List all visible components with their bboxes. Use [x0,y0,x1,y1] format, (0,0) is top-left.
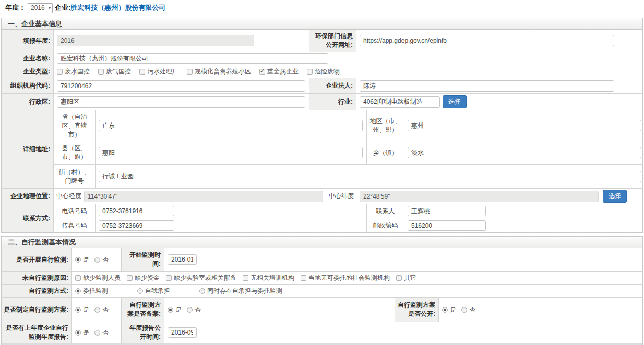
checkbox-icon [166,275,172,281]
checkbox-icon [57,69,63,75]
legal-person-label: 企业法人: [309,78,356,93]
org-code-input[interactable] [57,80,305,92]
no-monitor-reason-label: 未自行监测原因: [2,272,72,284]
radio-no[interactable]: 否 [94,305,109,314]
industry-label: 行业: [309,94,356,110]
report-public-time-input[interactable] [168,327,197,338]
radio-no[interactable]: 否 [94,255,109,264]
row-contact: 联系方式: 电话号码 联系人 传真号码 邮 [2,204,642,232]
street-label: 街（村）、门牌号 [54,165,96,188]
row-company-type: 企业类型: 废水国控 废气国控 污水处理厂 规模化畜禽养殖小区 重金属企业 危险… [2,65,642,78]
industry-input[interactable] [360,96,440,108]
checkbox-livestock-zone[interactable]: 规模化畜禽养殖小区 [187,67,251,76]
checkbox-no-training-org[interactable]: 无相关培训机构 [243,274,294,282]
address-subrow-province: 省（自治区、直辖市） 地区（市、州、盟） [54,110,642,141]
zip-input[interactable] [408,220,486,231]
radio-yes[interactable]: 是 [75,328,89,337]
contact-person-label: 联系人 [367,204,404,218]
radio-icon [75,257,81,263]
region-input[interactable] [408,120,641,131]
latitude-label: 中心纬度 [323,191,360,202]
province-input[interactable] [99,120,363,131]
radio-icon [94,257,100,263]
radio-icon [75,307,81,313]
epinfo-url-label: 环保部门信息公开网址: [309,30,356,52]
longitude-input[interactable] [84,191,323,202]
no-monitor-reason-options: 缺少监测人员 缺少资金 缺少实验室或相关配备 无相关培训机构 当地无可委托的社会… [72,272,642,284]
plan-public-radio-group: 是 否 [439,298,642,322]
radio-icon [187,307,193,313]
checkbox-wastewater-state[interactable]: 废水国控 [57,67,90,76]
district-input[interactable] [57,96,305,108]
row-company-name: 企业名称: [2,52,642,65]
checkbox-sewage-plant[interactable]: 污水处理厂 [139,67,178,76]
address-subrow-street: 街（村）、门牌号 [54,165,642,188]
radio-both-methods[interactable]: 同时存在自承担与委托监测 [199,287,282,295]
report-year-input[interactable] [57,35,254,46]
section1-header: 一、企业基本信息 [1,18,643,30]
checkbox-lack-funds[interactable]: 缺少资金 [127,274,160,282]
report-public-time-label: 年度报告公开时间: [122,322,164,343]
radio-yes[interactable]: 是 [442,305,456,314]
checkbox-wastegas-state[interactable]: 废气国控 [98,67,131,76]
company-label: 企业: [55,3,70,13]
section1-table: 填报年度: 环保部门信息公开网址: 企业名称: 企业类型: 废水国控 废气国控 … [1,30,643,233]
row-report-year: 填报年度: 环保部门信息公开网址: [2,30,642,52]
section2-table: 是否开展自行监测: 是 否 开始监测时间: 未自行监测原因: 缺少监测人员 缺少… [1,248,643,343]
checkbox-heavy-metal[interactable]: 重金属企业 [259,67,299,76]
radio-no[interactable]: 否 [461,305,475,314]
row-monitor-method: 自行监测方式: 委托监测 自我承担 同时存在自承担与委托监测 [2,285,642,298]
company-name-input[interactable] [57,53,328,64]
street-input[interactable] [99,171,641,182]
checkbox-other-reason[interactable]: 其它 [396,274,416,282]
row-address: 详细地址: 省（自治区、直辖市） 地区（市、州、盟） 县（区、市、旗） [2,110,642,189]
checkbox-icon [75,275,81,281]
section2-header: 二、自行监测基本情况 [1,236,643,248]
checkbox-lack-staff[interactable]: 缺少监测人员 [75,274,121,282]
phone-input[interactable] [99,206,174,216]
zip-label: 邮政编码 [367,218,404,232]
start-time-label: 开始监测时间: [122,248,164,271]
company-type-label: 企业类型: [2,65,54,78]
radio-no[interactable]: 否 [94,328,109,337]
town-label: 乡（镇） [367,141,404,164]
checkbox-icon [396,275,402,281]
checkbox-hazardous-waste[interactable]: 危险废物 [307,67,340,76]
contact-person-input[interactable] [408,206,486,216]
has-annual-report-radio-group: 是 否 [72,322,122,343]
radio-icon [94,307,100,313]
checkbox-no-local-agency[interactable]: 当地无可委托的社会监测机构 [301,274,390,282]
epinfo-url-input[interactable] [360,35,614,46]
radio-no[interactable]: 否 [187,305,201,314]
org-code-label: 组织机构代码: [2,78,54,93]
radio-icon [94,330,100,336]
radio-icon [168,307,173,313]
radio-yes[interactable]: 是 [75,305,89,314]
industry-select-button[interactable]: 选择 [443,95,467,108]
radio-icon [75,330,81,336]
checkbox-lack-lab[interactable]: 缺少实验室或相关配备 [166,274,236,282]
checkbox-icon [259,69,265,75]
geo-select-button[interactable]: 选择 [603,190,627,202]
year-select-value: 2016 [31,4,45,11]
radio-yes[interactable]: 是 [168,305,182,314]
legal-person-input[interactable] [360,80,614,92]
latitude-input[interactable] [360,191,599,202]
region-label: 地区（市、州、盟） [367,110,404,141]
geo-label: 企业地理位置: [2,189,54,204]
has-plan-radio-group: 是 否 [72,298,122,322]
chevron-down-icon: ▾ [49,6,51,10]
row-carry-out-monitoring: 是否开展自行监测: 是 否 开始监测时间: [2,248,642,272]
radio-entrusted-monitoring[interactable]: 委托监测 [75,287,108,295]
county-input[interactable] [99,147,363,158]
radio-yes[interactable]: 是 [75,255,89,264]
start-time-input[interactable] [168,254,197,265]
company-name-link[interactable]: 胜宏科技（惠州）股份有限公司 [70,3,165,13]
row-org-code: 组织机构代码: 企业法人: [2,78,642,94]
radio-self-undertaken[interactable]: 自我承担 [137,287,170,295]
town-input[interactable] [408,147,641,158]
plan-filed-radio-group: 是 否 [164,298,395,322]
fax-input[interactable] [99,220,174,231]
radio-icon [75,288,81,294]
year-select[interactable]: 2016 ▾ [28,3,53,13]
